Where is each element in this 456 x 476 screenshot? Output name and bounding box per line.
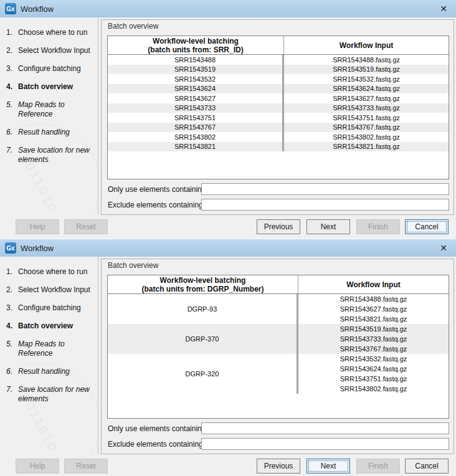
step-number: 2. — [6, 285, 18, 295]
previous-button[interactable]: Previous — [257, 459, 300, 474]
step-label: Select Workflow Input — [18, 285, 90, 295]
wizard-step: 2.Select Workflow Input — [6, 46, 98, 55]
batch-unit-cell: SRR1543802 — [108, 132, 284, 142]
step-number: 6. — [6, 128, 18, 137]
close-icon[interactable]: ✕ — [436, 243, 451, 253]
step-number: 7. — [6, 385, 18, 404]
steps-list: 1.Choose where to run2.Select Workflow I… — [0, 17, 98, 164]
exclude-filter-row: Exclude elements containing: — [108, 438, 205, 450]
close-icon[interactable]: ✕ — [436, 4, 451, 14]
exclude-filter-input[interactable] — [201, 199, 449, 211]
steps-list: 1.Choose where to run2.Select Workflow I… — [0, 257, 98, 404]
step-label: Save location for new elements — [18, 146, 90, 164]
window-title: Workflow — [21, 4, 54, 14]
workflow-input-cell: SRR1543519.fastq.gzSRR1543733.fastq.gzSR… — [298, 324, 449, 354]
step-label: Map Reads to Reference — [18, 100, 90, 119]
batch-overview-panel: Batch overview Workflow-level batching (… — [101, 259, 454, 454]
button-bar: Help Reset Previous Next Finish Cancel — [0, 456, 456, 476]
exclude-filter-row: Exclude elements containing: — [108, 199, 205, 211]
batch-row: SRR1543733SRR1543733.fastq.gz — [108, 103, 449, 113]
wizard-step: 4.Batch overview — [6, 82, 98, 92]
batch-overview-panel: Batch overview Workflow-level batching (… — [101, 19, 454, 215]
step-label: Map Reads to Reference — [18, 340, 90, 358]
workflow-input-cell: SRR1543767.fastq.gz — [284, 123, 449, 133]
batching-header-line1: Workflow-level batching — [108, 37, 283, 45]
previous-button[interactable]: Previous — [257, 219, 300, 234]
table-body: DGRP-93SRR1543488.fastq.gzSRR1543627.fas… — [108, 294, 449, 418]
batch-row: SRR1543624SRR1543624.fastq.gz — [108, 84, 449, 94]
workflow-input-cell: SRR1543532.fastq.gz — [284, 74, 449, 84]
input-file-name: SRR1543733.fastq.gz — [298, 334, 449, 344]
cancel-button[interactable]: Cancel — [405, 219, 449, 234]
section-label: Batch overview — [108, 22, 158, 31]
workflow-input-cell: SRR1543519.fastq.gz — [284, 65, 449, 75]
workflow-input-cell: SRR1543488.fastq.gzSRR1543627.fastq.gzSR… — [298, 294, 449, 324]
wizard-step: 5.Map Reads to Reference — [6, 100, 98, 119]
batch-unit-cell: SRR1543767 — [108, 123, 284, 133]
app-icon: Gx — [5, 3, 16, 14]
input-file-name: SRR1543627.fastq.gz — [284, 93, 449, 103]
wizard-step: 3.Configure batching — [6, 303, 98, 313]
input-file-name: SRR1543821.fastq.gz — [298, 314, 449, 324]
step-number: 1. — [6, 28, 18, 37]
step-number: 2. — [6, 46, 18, 55]
batch-overview-table: Workflow-level batching (batch units fro… — [107, 36, 449, 179]
batch-overview-table: Workflow-level batching (batch units fro… — [107, 275, 449, 419]
step-number: 5. — [6, 340, 18, 358]
input-file-name: SRR1543627.fastq.gz — [298, 304, 449, 314]
batch-unit-cell: DGRP-93 — [108, 294, 298, 324]
table-header-row: Workflow-level batching (batch units fro… — [108, 36, 449, 55]
batch-row: SRR1543821SRR1543821.fastq.gz — [108, 142, 449, 152]
input-file-name: SRR1543519.fastq.gz — [298, 324, 449, 334]
only-filter-input[interactable] — [201, 422, 449, 434]
batch-unit-cell: DGRP-320 — [108, 354, 298, 394]
step-label: Select Workflow Input — [18, 46, 90, 55]
batching-header-line2: (batch units from: DGRP_Number) — [108, 285, 298, 293]
batching-column-header: Workflow-level batching (batch units fro… — [108, 275, 298, 293]
input-header-text: Workflow Input — [298, 280, 449, 289]
table-body: SRR1543488SRR1543488.fastq.gzSRR1543519S… — [108, 55, 449, 179]
batch-row: DGRP-320SRR1543532.fastq.gzSRR1543624.fa… — [108, 354, 449, 394]
workflow-input-cell: SRR1543821.fastq.gz — [284, 142, 449, 152]
only-filter-input[interactable] — [201, 183, 449, 195]
workflow-input-cell: SRR1543802.fastq.gz — [284, 132, 449, 142]
batch-unit-cell: SRR1543624 — [108, 84, 284, 94]
batch-unit-cell: SRR1543627 — [108, 93, 284, 103]
next-button[interactable]: Next — [306, 219, 350, 234]
section-label: Batch overview — [108, 261, 158, 270]
step-label: Result handling — [18, 128, 90, 137]
exclude-filter-input[interactable] — [201, 438, 449, 450]
input-file-name: SRR1543733.fastq.gz — [284, 103, 449, 113]
step-label: Configure batching — [18, 303, 90, 313]
input-column-header: Workflow Input — [298, 275, 449, 293]
wizard-step: 7.Save location for new elements — [6, 385, 98, 404]
wizard-step: 1.Choose where to run — [6, 28, 98, 37]
batch-row: SRR1543519SRR1543519.fastq.gz — [108, 65, 449, 75]
step-label: Save location for new elements — [18, 385, 90, 404]
cancel-button[interactable]: Cancel — [405, 459, 449, 474]
step-number: 5. — [6, 100, 18, 119]
next-button[interactable]: Next — [306, 459, 350, 474]
input-file-name: SRR1543519.fastq.gz — [284, 65, 449, 75]
batching-header-line1: Workflow-level batching — [108, 276, 298, 285]
wizard-step: 2.Select Workflow Input — [6, 285, 98, 295]
input-file-name: SRR1543488.fastq.gz — [284, 55, 449, 65]
title-bar[interactable]: Gx Workflow ✕ — [0, 0, 456, 17]
workflow-input-cell: SRR1543733.fastq.gz — [284, 103, 449, 113]
finish-button: Finish — [356, 459, 400, 474]
input-file-name: SRR1543532.fastq.gz — [284, 74, 449, 84]
batch-row: DGRP-93SRR1543488.fastq.gzSRR1543627.fas… — [108, 294, 449, 324]
wizard-step: 7.Save location for new elements — [6, 146, 98, 164]
step-label: Choose where to run — [18, 267, 90, 277]
title-bar[interactable]: Gx Workflow ✕ — [0, 239, 456, 257]
input-file-name: SRR1543821.fastq.gz — [284, 142, 449, 152]
wizard-steps-sidebar: 1.Choose where to run2.Select Workflow I… — [0, 17, 98, 215]
batch-row: DGRP-370SRR1543519.fastq.gzSRR1543733.fa… — [108, 324, 449, 354]
workflow-input-cell: SRR1543488.fastq.gz — [284, 55, 449, 65]
workflow-input-cell: SRR1543624.fastq.gz — [284, 84, 449, 94]
step-number: 3. — [6, 303, 18, 313]
wizard-step: 4.Batch overview — [6, 321, 98, 331]
only-filter-row: Only use elements containing: — [108, 422, 208, 434]
reset-button: Reset — [64, 219, 108, 234]
input-file-name: SRR1543767.fastq.gz — [298, 344, 449, 354]
